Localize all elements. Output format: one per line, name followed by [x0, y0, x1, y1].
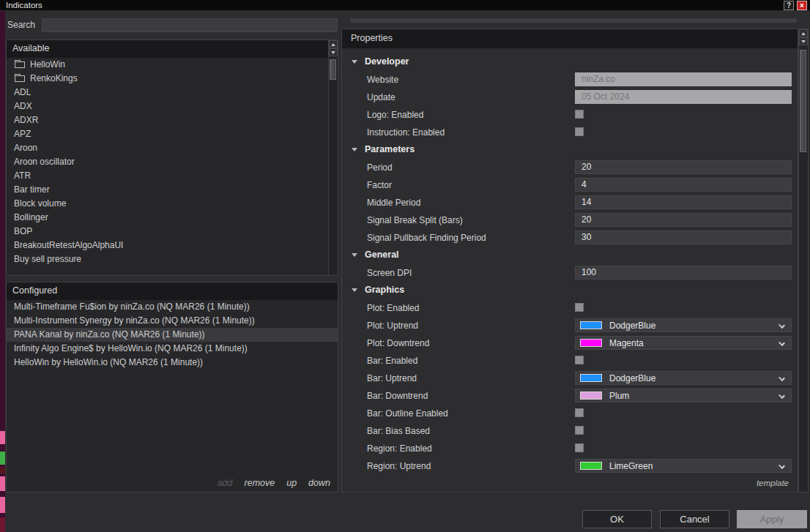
available-list-item[interactable]: Block volume [7, 197, 328, 211]
property-label: Period [367, 162, 393, 173]
search-input[interactable] [42, 18, 338, 32]
ok-button[interactable]: OK [582, 510, 652, 528]
scroll-down-icon[interactable] [329, 48, 338, 56]
configured-list-item[interactable]: Infinity Algo Engine$ by HelloWin.io (NQ… [7, 342, 338, 356]
properties-scrollbar[interactable] [798, 29, 809, 492]
splitter-handle[interactable] [350, 18, 797, 23]
configured-list-item[interactable]: PANA Kanal by ninZa.co (NQ MAR26 (1 Minu… [7, 328, 338, 342]
checkbox[interactable] [575, 426, 584, 435]
collapse-triangle-icon[interactable] [352, 253, 357, 257]
section-header[interactable]: Graphics [342, 282, 798, 299]
template-link[interactable]: template [757, 479, 789, 487]
scrollbar-thumb[interactable] [800, 50, 806, 152]
property-label: Signal Pullback Finding Period [367, 233, 486, 243]
color-dropdown[interactable]: Plum [575, 389, 792, 402]
available-list-item[interactable]: ADXR [7, 113, 328, 127]
property-row: Bar: Enabled [342, 352, 798, 370]
property-value-field[interactable]: 4 [575, 178, 792, 192]
property-label: Bar: Enabled [367, 356, 417, 366]
configured-list-item[interactable]: Multi-Timeframe Fu$ion by ninZa.co (NQ M… [7, 300, 338, 314]
collapse-triangle-icon[interactable] [352, 288, 357, 292]
property-row: Bar: DowntrendPlum [342, 387, 798, 405]
color-swatch [580, 374, 602, 382]
available-list-item[interactable]: Aroon [7, 141, 328, 155]
available-list-item[interactable]: Aroon oscillator [7, 155, 328, 169]
property-label: Bar: Uptrend [367, 373, 417, 383]
available-scrollbar[interactable] [328, 40, 338, 275]
checkbox[interactable] [575, 127, 584, 136]
close-button[interactable]: × [797, 1, 807, 10]
indicator-name: BOP [14, 225, 32, 239]
property-label: Logo: Enabled [367, 110, 423, 120]
section-label: Parameters [365, 144, 415, 154]
indicator-name: Bar timer [14, 183, 50, 197]
available-list-item[interactable]: ADX [7, 100, 328, 113]
property-label: Region: Enabled [367, 443, 432, 454]
available-panel: Available HelloWinRenkoKingsADLADXADXRAP… [6, 40, 338, 276]
checkbox[interactable] [575, 356, 584, 364]
configured-actions: addremoveupdown [218, 478, 330, 488]
apply-button[interactable]: Apply [737, 510, 807, 528]
checkbox[interactable] [575, 303, 584, 312]
indicator-name: Aroon [14, 141, 37, 155]
configured-header: Configured [7, 282, 338, 300]
available-list-item[interactable]: APZ [7, 127, 328, 141]
property-label: Plot: Enabled [367, 303, 419, 313]
color-dropdown[interactable]: DodgerBlue [575, 318, 792, 332]
chart-bar-fragment [0, 497, 5, 513]
property-value-field[interactable]: 30 [575, 231, 792, 244]
section-header[interactable]: Developer [342, 53, 798, 71]
available-list-item[interactable]: ATR [7, 169, 328, 183]
available-list-item[interactable]: Bollinger [7, 211, 328, 225]
property-label: Bar: Outline Enabled [367, 408, 448, 419]
scroll-up-icon[interactable] [329, 40, 338, 48]
collapse-triangle-icon[interactable] [352, 148, 357, 151]
section-label: General [365, 250, 399, 260]
property-label: Instruction: Enabled [367, 127, 445, 138]
remove-link[interactable]: remove [245, 478, 275, 488]
properties-panel: Properties DeveloperWebsiteninZa.coUpdat… [341, 29, 798, 492]
indicator-name: Bollinger [14, 211, 48, 225]
available-list-item[interactable]: HelloWin [7, 58, 328, 72]
configured-panel: Configured Multi-Timeframe Fu$ion by nin… [6, 282, 338, 492]
checkbox[interactable] [575, 443, 584, 452]
available-list-item[interactable]: Bar timer [7, 183, 328, 197]
help-button[interactable]: ? [784, 1, 794, 10]
available-list-item[interactable]: Buy sell pressure [7, 252, 328, 266]
scroll-down-icon[interactable] [799, 37, 808, 45]
color-swatch [580, 339, 602, 347]
color-swatch [580, 391, 602, 400]
property-value-field[interactable]: 20 [575, 160, 792, 174]
indicator-name: RenkoKings [30, 72, 78, 86]
color-dropdown[interactable]: DodgerBlue [575, 371, 792, 385]
property-row: Bar: UptrendDodgerBlue [342, 370, 798, 387]
property-label: Plot: Downtrend [367, 338, 429, 348]
section-header[interactable]: General [342, 247, 798, 264]
color-dropdown[interactable]: Magenta [575, 336, 792, 350]
property-value-field[interactable]: 100 [575, 266, 792, 280]
collapse-triangle-icon[interactable] [352, 60, 357, 64]
property-label: Screen DPI [367, 268, 412, 278]
cancel-button[interactable]: Cancel [660, 510, 729, 528]
section-header[interactable]: Parameters [342, 141, 798, 159]
scroll-up-icon[interactable] [799, 29, 808, 37]
configured-list-item[interactable]: HelloWin by HelloWin.io (NQ MAR26 (1 Min… [7, 356, 338, 370]
up-link[interactable]: up [286, 478, 297, 488]
property-value-field[interactable]: 14 [575, 195, 792, 209]
color-dropdown[interactable]: LimeGreen [575, 459, 792, 473]
property-row: Plot: DowntrendMagenta [342, 334, 798, 352]
property-value-field[interactable]: 20 [575, 213, 792, 227]
checkbox[interactable] [575, 110, 584, 119]
down-link[interactable]: down [308, 478, 330, 488]
checkbox[interactable] [575, 408, 584, 417]
available-list-item[interactable]: BreakoutRetestAlgoAlphaUI [7, 239, 328, 252]
chart-bar-fragment [0, 468, 5, 473]
available-list-item[interactable]: ADL [7, 86, 328, 100]
window-title: Indicators [6, 0, 42, 11]
available-list-item[interactable]: BOP [7, 225, 328, 239]
chevron-down-icon [779, 392, 785, 399]
scrollbar-thumb[interactable] [330, 59, 336, 80]
indicator-name: Aroon oscillator [14, 155, 75, 169]
configured-list-item[interactable]: Multi-Instrument Synergy by ninZa.co (NQ… [7, 314, 338, 328]
available-list-item[interactable]: RenkoKings [7, 72, 328, 86]
